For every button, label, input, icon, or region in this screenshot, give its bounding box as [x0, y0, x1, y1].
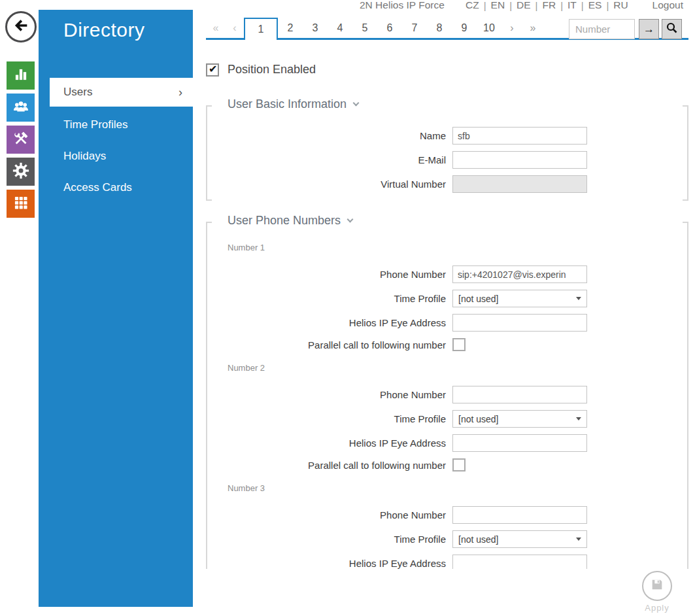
sidebar-item-users[interactable]: Users › — [50, 78, 193, 107]
name-row: Name — [206, 127, 688, 145]
select-value: [not used] — [458, 414, 499, 424]
pagination-last-button[interactable]: » — [522, 22, 543, 34]
virtual-number-label: Virtual Number — [206, 179, 446, 190]
eye-address-row: Helios IP Eye Address — [206, 314, 688, 332]
section-title-text: User Basic Information — [228, 97, 347, 111]
pagination-page-1-active[interactable]: 1 — [244, 18, 278, 40]
gear-icon — [12, 162, 30, 182]
time-profile-3-select[interactable]: [not used] — [452, 530, 587, 548]
email-row: E-Mail — [206, 151, 688, 169]
directory-sidebar: Directory Users › Time Profiles Holidays… — [39, 10, 193, 607]
eye-address-2-input[interactable] — [452, 434, 587, 452]
parallel-call-1-checkbox[interactable] — [452, 338, 466, 351]
save-floppy-icon — [650, 577, 664, 594]
parallel-call-row: Parallel call to following number — [206, 338, 688, 351]
language-switcher: CZ | EN | DE | FR | IT | ES | RU — [466, 0, 633, 11]
time-profile-label: Time Profile — [206, 293, 446, 304]
number-2-heading: Number 2 — [228, 363, 688, 373]
phone-number-3-input[interactable] — [452, 506, 587, 524]
number-search-input[interactable] — [569, 19, 635, 39]
parallel-call-2-checkbox[interactable] — [452, 458, 466, 471]
sidebar-item-label: Time Profiles — [63, 118, 128, 131]
product-name: 2N Helios IP Force — [360, 0, 445, 11]
chevron-right-icon: › — [178, 78, 182, 107]
dropdown-arrow-icon — [576, 297, 581, 300]
eye-address-row: Helios IP Eye Address — [206, 555, 688, 569]
sidebar-item-label: Holidays — [63, 150, 106, 162]
time-profile-2-select[interactable]: [not used] — [452, 410, 587, 428]
phone-number-row: Phone Number — [206, 265, 688, 283]
language-link-ru[interactable]: RU — [609, 0, 632, 11]
select-value: [not used] — [458, 534, 499, 545]
time-profile-label: Time Profile — [206, 534, 446, 545]
apply-button-area: Apply — [642, 571, 672, 613]
email-input[interactable] — [452, 151, 587, 169]
language-link-en[interactable]: EN — [486, 0, 510, 11]
time-profile-row: Time Profile [not used] — [206, 530, 688, 548]
pagination-page-9[interactable]: 9 — [452, 22, 477, 34]
pagination-prev-button[interactable]: ‹ — [226, 22, 244, 34]
pagination-page-6[interactable]: 6 — [377, 22, 402, 34]
pagination-page-8[interactable]: 8 — [427, 22, 452, 34]
nav-hardware-button[interactable] — [7, 126, 35, 154]
pagination-first-button[interactable]: « — [206, 22, 226, 34]
phone-number-2-input[interactable] — [452, 386, 587, 403]
sidebar-item-access-cards[interactable]: Access Cards — [39, 172, 193, 203]
section-title-user-phone-numbers[interactable]: User Phone Numbers — [228, 213, 688, 228]
pagination-next-button[interactable]: › — [501, 22, 522, 34]
language-link-it[interactable]: IT — [563, 0, 581, 11]
pagination-page-10[interactable]: 10 — [477, 22, 501, 34]
time-profile-1-select[interactable]: [not used] — [452, 290, 587, 307]
eye-address-label: Helios IP Eye Address — [206, 558, 446, 569]
language-link-fr[interactable]: FR — [537, 0, 560, 11]
go-to-number-button[interactable]: → — [639, 19, 659, 39]
sidebar-item-time-profiles[interactable]: Time Profiles — [39, 109, 193, 141]
phone-number-1-input[interactable] — [452, 265, 587, 283]
keypad-grid-icon — [12, 194, 29, 214]
phone-number-label: Phone Number — [206, 389, 446, 400]
dropdown-arrow-icon — [576, 417, 581, 420]
email-label: E-Mail — [206, 154, 446, 165]
phone-number-row: Phone Number — [206, 506, 688, 524]
eye-address-label: Helios IP Eye Address — [206, 437, 446, 449]
back-button[interactable] — [5, 11, 37, 43]
language-link-cz[interactable]: CZ — [466, 0, 484, 11]
parallel-call-row: Parallel call to following number — [206, 458, 688, 471]
section-title-user-basic-information[interactable]: User Basic Information — [228, 97, 688, 111]
nav-keypad-button[interactable] — [7, 190, 35, 218]
time-profile-label: Time Profile — [206, 413, 446, 424]
position-enabled-label: Position Enabled — [228, 63, 316, 77]
bar-chart-icon — [12, 66, 29, 86]
nav-system-button[interactable] — [7, 158, 35, 186]
virtual-number-input — [452, 175, 587, 193]
nav-directory-button[interactable] — [7, 94, 35, 122]
eye-address-1-input[interactable] — [452, 314, 587, 332]
pagination-page-4[interactable]: 4 — [328, 22, 352, 34]
eye-address-3-input[interactable] — [452, 555, 587, 569]
select-value: [not used] — [458, 294, 499, 304]
pagination-page-5[interactable]: 5 — [352, 22, 377, 34]
language-link-de[interactable]: DE — [512, 0, 535, 11]
position-enabled-checkbox[interactable]: ✔ — [206, 63, 219, 77]
name-input[interactable] — [452, 127, 587, 145]
sidebar-menu: Users › Time Profiles Holidays Access Ca… — [39, 78, 193, 203]
user-settings-panel: ✔ Position Enabled User Basic Informatio… — [206, 56, 688, 569]
pagination-page-3[interactable]: 3 — [303, 22, 328, 34]
phone-number-label: Phone Number — [206, 269, 446, 280]
parallel-call-label: Parallel call to following number — [206, 460, 446, 471]
number-1-heading: Number 1 — [228, 243, 688, 253]
sidebar-item-label: Users — [63, 78, 92, 107]
logout-link[interactable]: Logout — [653, 0, 683, 11]
search-button[interactable] — [662, 19, 682, 39]
language-link-es[interactable]: ES — [584, 0, 607, 11]
apply-button[interactable] — [642, 571, 672, 601]
phone-number-label: Phone Number — [206, 509, 446, 521]
pagination-page-7[interactable]: 7 — [402, 22, 427, 34]
pagination-page-2[interactable]: 2 — [278, 22, 303, 34]
collapse-chevron-icon — [347, 216, 354, 222]
time-profile-row: Time Profile [not used] — [206, 290, 688, 307]
sidebar-item-holidays[interactable]: Holidays — [39, 141, 193, 172]
nav-status-button[interactable] — [7, 61, 35, 90]
name-label: Name — [206, 130, 446, 141]
section-user-phone-numbers: User Phone Numbers Number 1 Phone Number… — [206, 213, 688, 569]
